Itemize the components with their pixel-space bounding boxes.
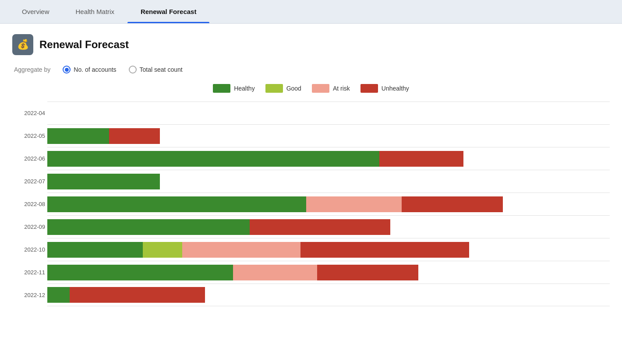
legend-at-risk: At risk (312, 84, 350, 93)
radio-label-seats: Total seat count (140, 66, 183, 73)
bar-segment-healthy (47, 196, 306, 212)
row-label-2022-05: 2022-05 (12, 133, 45, 139)
chart-row-2022-06: 2022-06 (47, 147, 610, 170)
bar-segment-unhealthy (379, 151, 464, 167)
legend-swatch-at-risk (312, 84, 329, 93)
chart-row-2022-05: 2022-05 (47, 124, 610, 147)
bar-segment-healthy (47, 287, 70, 303)
radio-circle-accounts (63, 66, 71, 74)
chart-legend: HealthyGoodAt riskUnhealthy (12, 84, 610, 93)
bar-segment-at-risk (233, 265, 318, 280)
legend-label-good: Good (286, 85, 301, 92)
bar-container-2022-09 (47, 219, 610, 235)
chart-area: 2022-042022-052022-062022-072022-082022-… (12, 102, 610, 306)
page-content: 💰 Renewal Forecast Aggregate by No. of a… (0, 24, 622, 317)
bar-segment-unhealthy (250, 219, 390, 235)
bar-segment-healthy (47, 265, 233, 280)
bar-segment-unhealthy (402, 196, 503, 212)
row-label-2022-11: 2022-11 (12, 269, 45, 276)
bar-segment-healthy (47, 242, 143, 258)
tab-overview[interactable]: Overview (9, 0, 63, 23)
chart-row-2022-11: 2022-11 (47, 261, 610, 284)
bar-segment-unhealthy (300, 242, 469, 258)
page-header: 💰 Renewal Forecast (12, 34, 610, 55)
bar-container-2022-05 (47, 128, 610, 144)
bar-segment-healthy (47, 219, 250, 235)
legend-swatch-healthy (213, 84, 230, 93)
bar-segment-healthy (47, 128, 109, 144)
legend-label-at-risk: At risk (333, 85, 350, 92)
chart-row-2022-08: 2022-08 (47, 192, 610, 215)
row-label-2022-10: 2022-10 (12, 246, 45, 253)
bar-segment-at-risk (182, 242, 300, 258)
radio-no-of-accounts[interactable]: No. of accounts (63, 66, 116, 74)
bar-segment-unhealthy (70, 287, 205, 303)
bar-segment-good (143, 242, 182, 258)
legend-good: Good (265, 84, 301, 93)
row-label-2022-06: 2022-06 (12, 155, 45, 162)
row-label-2022-07: 2022-07 (12, 178, 45, 185)
legend-swatch-good (265, 84, 283, 93)
bar-container-2022-11 (47, 265, 610, 280)
chart-row-2022-10: 2022-10 (47, 238, 610, 261)
row-label-2022-08: 2022-08 (12, 201, 45, 207)
tab-bar: OverviewHealth MatrixRenewal Forecast (0, 0, 622, 24)
row-label-2022-04: 2022-04 (12, 110, 45, 116)
bar-container-2022-04 (47, 105, 610, 121)
page-icon: 💰 (12, 34, 33, 55)
tab-health-matrix[interactable]: Health Matrix (63, 0, 127, 23)
bar-container-2022-07 (47, 174, 610, 189)
legend-label-unhealthy: Unhealthy (382, 85, 409, 92)
bar-segment-healthy (47, 174, 160, 189)
radio-total-seat-count[interactable]: Total seat count (129, 66, 183, 74)
chart-row-2022-04: 2022-04 (47, 102, 610, 124)
bar-container-2022-06 (47, 151, 610, 167)
legend-unhealthy: Unhealthy (360, 84, 409, 93)
row-label-2022-12: 2022-12 (12, 292, 45, 298)
row-label-2022-09: 2022-09 (12, 224, 45, 230)
bar-segment-at-risk (306, 196, 402, 212)
bar-container-2022-08 (47, 196, 610, 212)
bar-container-2022-10 (47, 242, 610, 258)
legend-swatch-unhealthy (360, 84, 378, 93)
chart-row-2022-07: 2022-07 (47, 170, 610, 192)
tab-renewal-forecast[interactable]: Renewal Forecast (127, 0, 210, 23)
aggregate-label: Aggregate by (14, 66, 50, 73)
legend-healthy: Healthy (213, 84, 254, 93)
legend-label-healthy: Healthy (234, 85, 254, 92)
aggregate-by-row: Aggregate by No. of accounts Total seat … (12, 66, 610, 74)
radio-label-accounts: No. of accounts (74, 66, 116, 73)
chart-row-2022-09: 2022-09 (47, 215, 610, 238)
chart-row-2022-12: 2022-12 (47, 284, 610, 306)
page-title: Renewal Forecast (39, 38, 129, 51)
bar-segment-unhealthy (317, 265, 418, 280)
bar-segment-unhealthy (109, 128, 160, 144)
radio-circle-seats (129, 66, 137, 74)
bar-container-2022-12 (47, 287, 610, 303)
bar-segment-healthy (47, 151, 379, 167)
